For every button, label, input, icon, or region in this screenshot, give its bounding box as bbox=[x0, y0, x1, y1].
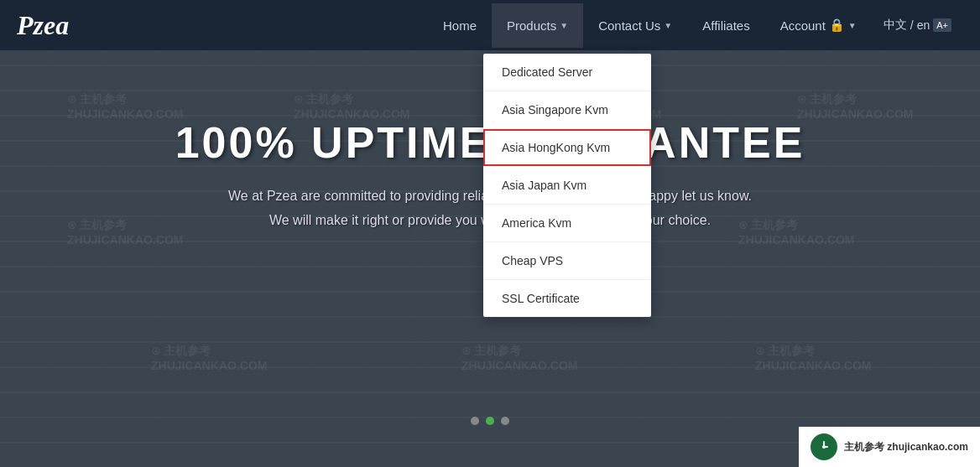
dropdown-item-asia-hongkong[interactable]: Asia HongKong Kvm bbox=[483, 129, 651, 166]
lang-english: en bbox=[917, 18, 930, 32]
watermark-9: ⊙ 主机参考ZHUJICANKAO.COM bbox=[755, 344, 871, 372]
contact-label: Contact Us bbox=[598, 18, 660, 33]
lang-chinese: 中文 bbox=[884, 18, 907, 33]
badge-icon bbox=[811, 433, 837, 460]
lang-separator: / bbox=[910, 18, 914, 32]
badge-text-container: 主机参考 zhujicankao.com bbox=[844, 440, 968, 454]
dropdown-item-ssl-certificate[interactable]: SSL Certificate bbox=[483, 280, 651, 317]
dropdown-item-cheap-vps[interactable]: Cheap VPS bbox=[483, 242, 651, 279]
nav-link-home[interactable]: Home bbox=[428, 3, 492, 48]
badge-svg-icon bbox=[816, 438, 832, 455]
products-caret: ▼ bbox=[560, 21, 568, 30]
carousel-dot-3[interactable] bbox=[501, 417, 509, 425]
account-caret: ▼ bbox=[848, 21, 857, 30]
nav-item-lang[interactable]: 中文 / en A+ bbox=[872, 3, 963, 48]
lang-switcher[interactable]: 中文 / en A+ bbox=[872, 3, 963, 48]
account-label: Account bbox=[780, 18, 826, 33]
products-label: Products bbox=[507, 18, 556, 33]
nav-link-products[interactable]: Products ▼ bbox=[492, 3, 583, 48]
nav-link-contact[interactable]: Contact Us ▼ bbox=[583, 3, 687, 48]
nav-item-account[interactable]: Account 🔒 ▼ bbox=[765, 3, 872, 48]
carousel-dots bbox=[471, 417, 509, 425]
dropdown-item-america-kvm[interactable]: America Kvm bbox=[483, 205, 651, 241]
site-logo[interactable]: Pzea bbox=[17, 10, 69, 41]
svg-point-1 bbox=[822, 445, 826, 449]
bottom-badge: 主机参考 zhujicankao.com bbox=[799, 427, 980, 467]
dropdown-item-dedicated-server[interactable]: Dedicated Server bbox=[483, 54, 651, 91]
contact-caret: ▼ bbox=[664, 21, 672, 30]
watermark-7: ⊙ 主机参考ZHUJICANKAO.COM bbox=[151, 344, 267, 372]
products-dropdown: Dedicated Server Asia Singapore Kvm Asia… bbox=[483, 54, 651, 317]
badge-site-name: 主机参考 zhujicankao.com bbox=[844, 440, 968, 454]
carousel-dot-1[interactable] bbox=[471, 417, 479, 425]
nav-item-home[interactable]: Home bbox=[428, 3, 492, 48]
nav-link-affiliates[interactable]: Affiliates bbox=[687, 3, 764, 48]
nav-item-contact[interactable]: Contact Us ▼ bbox=[583, 3, 687, 48]
dropdown-item-asia-japan[interactable]: Asia Japan Kvm bbox=[483, 167, 651, 204]
lang-badge: A+ bbox=[933, 18, 951, 32]
account-lock-icon: 🔒 bbox=[829, 18, 845, 33]
dropdown-item-asia-singapore[interactable]: Asia Singapore Kvm bbox=[483, 91, 651, 128]
nav-item-affiliates[interactable]: Affiliates bbox=[687, 3, 764, 48]
navbar: Pzea Home Products ▼ Dedicated Server As… bbox=[0, 0, 980, 50]
nav-menu: Home Products ▼ Dedicated Server Asia Si… bbox=[428, 3, 963, 48]
nav-item-products[interactable]: Products ▼ Dedicated Server Asia Singapo… bbox=[492, 3, 583, 48]
nav-link-account[interactable]: Account 🔒 ▼ bbox=[765, 3, 872, 48]
carousel-dot-2[interactable] bbox=[486, 417, 494, 425]
watermark-8: ⊙ 主机参考ZHUJICANKAO.COM bbox=[461, 344, 577, 372]
